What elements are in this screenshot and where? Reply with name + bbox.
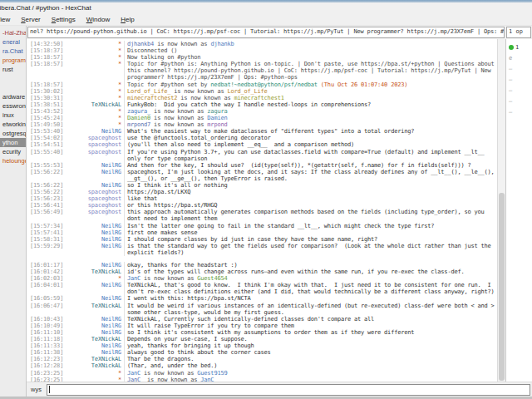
timestamp: [15:56:41] <box>27 202 65 209</box>
timestamp: [16:05:59] <box>27 295 65 302</box>
channel-tab-program[interactable]: program <box>0 56 26 65</box>
message-text: https://bpa.st/LKXQ <box>124 189 497 195</box>
channel-tab-ython[interactable]: ython <box>0 138 26 147</box>
message-segment: mrpond <box>207 121 227 128</box>
channel-tree-gap <box>0 74 26 92</box>
user-list-item[interactable]: – <box>506 106 532 117</box>
timestamp: [16:10:49] <box>27 323 65 329</box>
timestamp: [15:57:41] <box>27 229 65 236</box>
chat-line: [16:12:28]TeXNickAL(Thar, and, under the… <box>27 362 497 369</box>
message-input[interactable] <box>47 384 530 396</box>
nick: spaceghost <box>65 149 121 155</box>
input-bar: wys <box>27 382 532 397</box>
nick: TeXNickAL <box>65 303 121 309</box>
user-nick-fragment: – <box>509 98 512 105</box>
message-text: use the @functools.total_ordering decora… <box>124 135 497 141</box>
channel-tab-eneral[interactable]: eneral <box>0 37 26 47</box>
user-nick-fragment: e <box>509 55 512 62</box>
message-text: mrpond7 is now known as mrpond <box>124 121 497 128</box>
nick: NeilRG <box>65 282 121 288</box>
user-list-item[interactable]: – <box>506 85 532 96</box>
message-text: first one makes sense <box>124 229 497 236</box>
timestamp: [16:11:18] <box>27 336 65 342</box>
message-text: is that the standard way to get the fiel… <box>124 243 497 256</box>
channel-tab-ostgresq[interactable]: ostgresq <box>0 129 26 138</box>
message-text: minecraftchest2 is now known as minecraf… <box>124 95 497 101</box>
timestamp: [15:38:51] <box>27 101 65 108</box>
timestamp: [16:01:17] <box>27 262 65 268</box>
chat-line: [16:12:23]TeXNickALThar be the dragons. <box>27 356 497 362</box>
timestamp: [16:12:28] <box>27 362 65 369</box>
channel-tab-etworkin[interactable]: etworkin <box>0 120 26 129</box>
scrollbar-thumb[interactable] <box>499 193 505 381</box>
message-text: id's of the types will change across run… <box>124 268 497 275</box>
message-segment: is now known as <box>150 121 207 128</box>
message-segment: is now known as <box>140 275 197 282</box>
message-text: like that <box>124 195 497 202</box>
message-segment: mrpond7 <box>127 121 150 128</box>
op-status-icon <box>509 45 514 50</box>
timestamp: [15:49:50] <box>27 121 65 128</box>
chat-line: [15:56:22]NeilRGspaceghost, I'm just loo… <box>27 169 497 182</box>
nick: NeilRG <box>65 223 121 229</box>
channel-tab-HalZha[interactable]: -Hal-Zha <box>0 28 26 37</box>
status-line: [15:49:50]*mrpond7 is now known as mrpon… <box>27 121 497 128</box>
chat-line: [15:59:29]NeilRGis that the standard way… <box>27 243 497 256</box>
channel-tab-raChat[interactable]: ra.Chat <box>0 47 26 56</box>
message-text: FunkyBob: Did you catch the way I handle… <box>124 101 497 108</box>
user-list-item[interactable]: – <box>506 63 532 74</box>
message-text: I went with this: https://bpa.st/NCTA <box>124 295 497 302</box>
channel-tab-ecurity[interactable]: ecurity <box>0 147 26 156</box>
status-star: * <box>65 275 121 282</box>
message-segment: Damien <box>207 115 227 121</box>
message-segment: Disconnected () <box>127 47 177 54</box>
channel-tab-rust[interactable]: rust <box>0 65 26 74</box>
menu-item-view[interactable]: View <box>0 16 10 23</box>
timestamp: [15:30:31] <box>27 95 65 101</box>
menu-item-settings[interactable]: Settings <box>52 16 76 23</box>
nick: TeXNickAL <box>65 268 121 275</box>
menu-item-help[interactable]: Help <box>121 16 134 23</box>
menu-item-server[interactable]: Server <box>21 16 41 23</box>
message-segment: is now known as <box>170 88 227 95</box>
user-nick-fragment: – <box>509 109 512 116</box>
message-segment: Guest4654 <box>197 275 227 282</box>
chat-scrollbar[interactable] <box>497 39 505 382</box>
nick: NeilRG <box>65 243 121 249</box>
title-bar[interactable]: Libera.Chat / #python - HexChat <box>0 2 532 13</box>
topic-input[interactable]: nel? https://pound-python.github.io | Co… <box>27 27 505 38</box>
status-star: * <box>65 41 121 47</box>
message-text: zagura_ is now known as zagura <box>124 108 497 115</box>
status-line: [15:18:37]*Disconnected () <box>27 47 497 54</box>
user-list-item[interactable]: 1 <box>506 42 532 52</box>
message-segment: JanC <box>127 370 140 377</box>
user-count-box: 1 op <box>506 27 531 38</box>
menu-item-window[interactable]: Window <box>86 16 110 23</box>
message-text: JanC is now known as Guest4654 <box>124 275 497 282</box>
user-list-item[interactable]: – <box>506 74 532 85</box>
channel-tab-esswrong[interactable]: esswrong <box>0 101 26 111</box>
nick: spaceghost <box>65 141 121 148</box>
chat-line: [15:56:41]spaceghostor this https://bpa.… <box>27 202 497 209</box>
message-text: this approach automatically generates co… <box>124 209 497 222</box>
user-list-item[interactable]: e <box>506 52 532 63</box>
channel-tab-inux[interactable]: inux <box>0 111 26 120</box>
status-star: * <box>65 61 121 67</box>
timestamp: [15:55:53] <box>27 162 65 169</box>
nick-label[interactable]: wys <box>28 386 44 393</box>
channel-tab-ardware[interactable]: ardware <box>0 92 26 101</box>
chat-line: [16:01:17]NeilRGokay, thanks for the hea… <box>27 262 497 268</box>
chat-line: [16:11:33]NeilRGyeah, thanks for bringin… <box>27 342 497 349</box>
status-star: * <box>65 95 121 101</box>
channel-tab-helounge[interactable]: helounge <box>0 156 26 165</box>
user-nick-fragment: – <box>509 66 512 72</box>
message-text: It would be weird if various instances o… <box>124 303 497 316</box>
window-body: -Hal-Zhaeneralra.Chatprogramrustardwaree… <box>0 26 532 397</box>
timestamp: [16:02:03] <box>27 275 65 282</box>
status-line: [14:32:50]*djhankb4 is now known as djha… <box>27 41 497 47</box>
timestamp: [16:11:33] <box>27 342 65 349</box>
chat-line: [15:57:41]NeilRGfirst one makes sense <box>27 229 497 236</box>
user-list-item[interactable]: – <box>506 96 532 106</box>
timestamp: [15:56:22] <box>27 189 65 195</box>
unread-marker-gap <box>27 256 497 262</box>
